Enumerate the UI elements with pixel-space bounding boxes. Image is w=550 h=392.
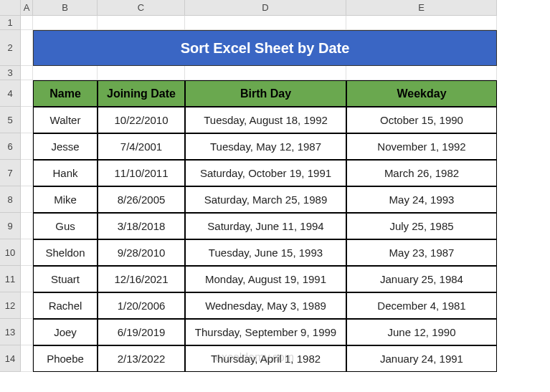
row-10: 10 Sheldon 9/28/2010 Tuesday, June 15, 1… xyxy=(0,239,497,266)
cell-E3[interactable] xyxy=(346,66,497,80)
cell-A6[interactable] xyxy=(21,133,33,160)
row-6: 6 Jesse 7/4/2001 Tuesday, May 12, 1987 N… xyxy=(0,133,497,160)
cell-A14[interactable] xyxy=(21,345,33,372)
cell-A11[interactable] xyxy=(21,266,33,292)
row-7: 7 Hank 11/10/2011 Saturday, October 19, … xyxy=(0,160,497,186)
cell-joining[interactable]: 3/18/2018 xyxy=(98,213,185,239)
cell-A8[interactable] xyxy=(21,186,33,213)
row-header-4[interactable]: 4 xyxy=(0,80,21,107)
cell-weekday[interactable]: January 25, 1984 xyxy=(346,266,497,292)
cell-weekday[interactable]: March 26, 1982 xyxy=(346,160,497,186)
row-9: 9 Gus 3/18/2018 Saturday, June 11, 1994 … xyxy=(0,213,497,239)
cell-name[interactable]: Gus xyxy=(33,213,98,239)
cell-name[interactable]: Joey xyxy=(33,319,98,345)
cell-birth[interactable]: Saturday, October 19, 1991 xyxy=(185,160,346,186)
cell-A13[interactable] xyxy=(21,319,33,345)
row-header-14[interactable]: 14 xyxy=(0,345,21,372)
cell-B3[interactable] xyxy=(33,66,98,80)
cell-weekday[interactable]: May 23, 1987 xyxy=(346,239,497,266)
cell-birth[interactable]: Saturday, June 11, 1994 xyxy=(185,213,346,239)
col-header-A[interactable]: A xyxy=(21,0,33,16)
cell-E1[interactable] xyxy=(346,16,497,30)
cell-weekday[interactable]: May 24, 1993 xyxy=(346,186,497,213)
cell-birth[interactable]: Tuesday, August 18, 1992 xyxy=(185,107,346,133)
row-header-5[interactable]: 5 xyxy=(0,107,21,133)
cell-name[interactable]: Stuart xyxy=(33,266,98,292)
select-all-corner[interactable] xyxy=(0,0,21,16)
cell-A9[interactable] xyxy=(21,213,33,239)
row-header-13[interactable]: 13 xyxy=(0,319,21,345)
cell-joining[interactable]: 2/13/2022 xyxy=(98,345,185,372)
cell-joining[interactable]: 9/28/2010 xyxy=(98,239,185,266)
cell-name[interactable]: Sheldon xyxy=(33,239,98,266)
cell-D1[interactable] xyxy=(185,16,346,30)
cell-weekday[interactable]: November 1, 1992 xyxy=(346,133,497,160)
row-header-6[interactable]: 6 xyxy=(0,133,21,160)
col-header-B[interactable]: B xyxy=(33,0,98,16)
cell-name[interactable]: Jesse xyxy=(33,133,98,160)
cell-joining[interactable]: 7/4/2001 xyxy=(98,133,185,160)
cell-birth[interactable]: Monday, August 19, 1991 xyxy=(185,266,346,292)
row-5: 5 Walter 10/22/2010 Tuesday, August 18, … xyxy=(0,107,497,133)
cell-name[interactable]: Walter xyxy=(33,107,98,133)
cell-joining[interactable]: 12/16/2021 xyxy=(98,266,185,292)
header-name[interactable]: Name xyxy=(33,80,98,107)
cell-A10[interactable] xyxy=(21,239,33,266)
row-header-8[interactable]: 8 xyxy=(0,186,21,213)
cell-A4[interactable] xyxy=(21,80,33,107)
cell-weekday[interactable]: July 25, 1985 xyxy=(346,213,497,239)
row-12: 12 Rachel 1/20/2006 Wednesday, May 3, 19… xyxy=(0,292,497,319)
row-14: 14 Phoebe 2/13/2022 Thursday, April 1, 1… xyxy=(0,345,497,372)
cell-joining[interactable]: 10/22/2010 xyxy=(98,107,185,133)
header-birth[interactable]: Birth Day xyxy=(185,80,346,107)
col-header-C[interactable]: C xyxy=(98,0,185,16)
cell-name[interactable]: Hank xyxy=(33,160,98,186)
spreadsheet-body: 1 2 Sort Excel Sheet by Date 3 4 Name Jo… xyxy=(0,16,497,372)
cell-name[interactable]: Phoebe xyxy=(33,345,98,372)
row-header-3[interactable]: 3 xyxy=(0,66,21,80)
cell-A1[interactable] xyxy=(21,16,33,30)
row-header-11[interactable]: 11 xyxy=(0,266,21,292)
column-headers: A B C D E xyxy=(0,0,550,16)
cell-A12[interactable] xyxy=(21,292,33,319)
cell-A5[interactable] xyxy=(21,107,33,133)
cell-joining[interactable]: 8/26/2005 xyxy=(98,186,185,213)
row-header-10[interactable]: 10 xyxy=(0,239,21,266)
row-8: 8 Mike 8/26/2005 Saturday, March 25, 198… xyxy=(0,186,497,213)
row-header-2[interactable]: 2 xyxy=(0,30,21,66)
row-header-1[interactable]: 1 xyxy=(0,16,21,30)
cell-weekday[interactable]: January 24, 1991 xyxy=(346,345,497,372)
col-header-E[interactable]: E xyxy=(346,0,497,16)
cell-joining[interactable]: 6/19/2019 xyxy=(98,319,185,345)
cell-birth[interactable]: Tuesday, May 12, 1987 xyxy=(185,133,346,160)
cell-A3[interactable] xyxy=(21,66,33,80)
title-cell[interactable]: Sort Excel Sheet by Date xyxy=(33,30,497,66)
row-header-7[interactable]: 7 xyxy=(0,160,21,186)
cell-birth[interactable]: Tuesday, June 15, 1993 xyxy=(185,239,346,266)
row-13: 13 Joey 6/19/2019 Thursday, September 9,… xyxy=(0,319,497,345)
cell-birth[interactable]: Saturday, March 25, 1989 xyxy=(185,186,346,213)
cell-name[interactable]: Rachel xyxy=(33,292,98,319)
cell-C3[interactable] xyxy=(98,66,185,80)
cell-weekday[interactable]: June 12, 1990 xyxy=(346,319,497,345)
cell-weekday[interactable]: December 4, 1981 xyxy=(346,292,497,319)
cell-name[interactable]: Mike xyxy=(33,186,98,213)
cell-C1[interactable] xyxy=(98,16,185,30)
row-header-12[interactable]: 12 xyxy=(0,292,21,319)
header-joining[interactable]: Joining Date xyxy=(98,80,185,107)
row-header-9[interactable]: 9 xyxy=(0,213,21,239)
cell-birth[interactable]: Thursday, April 1, 1982 xyxy=(185,345,346,372)
cell-birth[interactable]: Wednesday, May 3, 1989 xyxy=(185,292,346,319)
col-header-D[interactable]: D xyxy=(185,0,346,16)
header-weekday[interactable]: Weekday xyxy=(346,80,497,107)
cell-D3[interactable] xyxy=(185,66,346,80)
cell-A2[interactable] xyxy=(21,30,33,66)
row-3: 3 xyxy=(0,66,497,80)
cell-joining[interactable]: 1/20/2006 xyxy=(98,292,185,319)
row-11: 11 Stuart 12/16/2021 Monday, August 19, … xyxy=(0,266,497,292)
cell-birth[interactable]: Thursday, September 9, 1999 xyxy=(185,319,346,345)
cell-weekday[interactable]: October 15, 1990 xyxy=(346,107,497,133)
cell-joining[interactable]: 11/10/2011 xyxy=(98,160,185,186)
cell-B1[interactable] xyxy=(33,16,98,30)
cell-A7[interactable] xyxy=(21,160,33,186)
